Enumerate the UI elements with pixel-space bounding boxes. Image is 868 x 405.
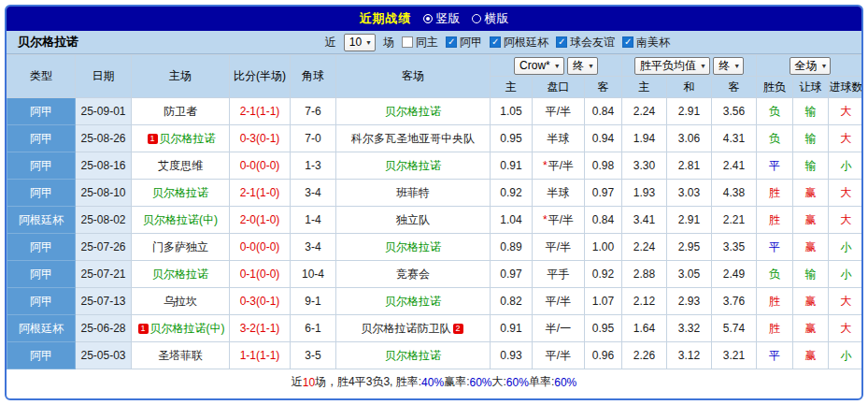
red-card-badge: 2 (453, 324, 463, 334)
home-team-name: 贝尔格拉诺 (152, 186, 208, 199)
table-row: 阿甲25-09-01防卫者2-1(1-1)7-6贝尔格拉诺1.05平/半0.84… (7, 98, 864, 125)
europe-draw-odds-cell: 3.12 (667, 342, 712, 369)
asia-away-odds-cell: 0.84 (585, 98, 622, 125)
summary-bar: 近10场，胜4平3负3, 胜率:40% 赢率:60% 大:60% 单率:60% (7, 369, 861, 395)
score-cell: 2-1(1-1) (230, 98, 291, 125)
odds-changed-star: * (543, 213, 548, 226)
away-team-name: 贝尔格拉诺 (385, 349, 441, 362)
asia-home-odds-cell: 0.92 (491, 180, 533, 207)
filter-controls: 近 10 ▼ 场 同主阿甲阿根廷杯球会友谊南美杯 (325, 34, 670, 51)
home-team-name: 门多萨独立 (152, 240, 208, 253)
away-team-cell: 班菲特 (336, 180, 491, 207)
filter-checkbox-item-2[interactable]: 阿根廷杯 (490, 35, 548, 51)
col-header-euro-lose: 客 (712, 77, 757, 98)
full-match-select[interactable]: 全场 ▼ (790, 57, 832, 75)
europe-lose-odds-cell: 2.49 (712, 261, 757, 288)
match-count-select[interactable]: 10 ▼ (344, 34, 376, 51)
result-handicap-cell: 输 (793, 261, 829, 288)
asia-final-select[interactable]: 终 ▼ (567, 57, 598, 75)
filter-checkbox-item-1[interactable]: 阿甲 (446, 35, 482, 51)
europe-lose-odds-cell: 2.21 (712, 207, 757, 234)
odds-company-select[interactable]: Crow* ▼ (514, 57, 564, 75)
result-handicap-cell: 赢 (793, 180, 829, 207)
corner-cell: 3-4 (291, 234, 336, 261)
away-team-cell: 贝尔格拉诺 (336, 152, 491, 180)
red-card-badge: 1 (138, 324, 149, 334)
score-cell: 3-2(1-1) (230, 315, 291, 342)
near-label: 近 (325, 35, 336, 51)
home-team-name: 贝尔格拉诺(中) (143, 213, 218, 226)
full-match-value: 全场 (795, 58, 818, 74)
filter-checkbox-item-4[interactable]: 南美杯 (622, 35, 670, 51)
table-row: 阿根廷杯25-06-281贝尔格拉诺(中)3-2(1-1)6-1贝尔格拉诺防卫队… (7, 315, 864, 342)
match-count-value: 10 (349, 36, 362, 49)
chevron-down-icon: ▼ (700, 63, 706, 69)
result-handicap-cell: 输 (793, 125, 829, 152)
odds-company-value: Crow* (519, 59, 550, 72)
europe-final-select[interactable]: 终 ▼ (713, 57, 744, 75)
recent-results-panel: 近期战绩 竖版 横版 贝尔格拉诺 近 10 ▼ 场 同主阿甲阿根廷杯球会友谊南美… (5, 5, 863, 400)
filter-checkbox-item-0[interactable]: 同主 (402, 35, 438, 51)
europe-lose-odds-cell: 5.74 (712, 315, 757, 342)
score-cell: 0-0(0-0) (230, 152, 291, 180)
radio-vertical-layout[interactable]: 竖版 (423, 10, 461, 27)
corner-cell: 9-1 (291, 288, 336, 315)
table-row: 阿甲25-08-10贝尔格拉诺2-1(1-0)3-4班菲特0.92半球0.971… (7, 180, 864, 207)
home-team-cell: 贝尔格拉诺 (132, 180, 230, 207)
away-team-cell: 独立队 (336, 207, 491, 234)
europe-win-odds-cell: 1.64 (622, 315, 667, 342)
home-team-cell: 贝尔格拉诺 (132, 261, 230, 288)
handicap-line-value: 平/半 (548, 213, 574, 226)
results-table-body: 阿甲25-09-01防卫者2-1(1-1)7-6贝尔格拉诺1.05平/半0.84… (7, 98, 864, 369)
away-team-cell: 竞赛会 (336, 261, 491, 288)
col-header-euro-win: 主 (622, 77, 667, 98)
europe-draw-odds-cell: 3.06 (667, 125, 712, 152)
summary-segment: 60% (554, 376, 576, 389)
result-wdl-cell: 胜 (757, 288, 793, 315)
checkbox-checked-icon[interactable] (490, 36, 501, 48)
radio-unchecked-icon[interactable] (472, 14, 481, 23)
radio-horizontal-layout[interactable]: 横版 (472, 10, 509, 27)
result-wdl-cell: 负 (757, 125, 793, 152)
home-team-cell: 圣塔菲联 (132, 342, 230, 369)
col-header-corner: 角球 (291, 55, 336, 98)
result-wdl-cell: 负 (757, 261, 793, 288)
europe-lose-odds-cell: 2.41 (712, 152, 757, 180)
table-row: 阿甲25-08-261贝尔格拉诺0-3(0-1)7-0科尔多瓦圣地亚哥中央队0.… (7, 125, 864, 152)
radio-checked-icon[interactable] (423, 14, 433, 23)
checkbox-unchecked-icon[interactable] (402, 36, 413, 48)
corner-cell: 6-1 (291, 315, 336, 342)
col-header-home: 主场 (132, 55, 230, 98)
score-cell: 2-1(1-0) (230, 180, 291, 207)
home-team-name: 乌拉坎 (164, 295, 197, 308)
asia-home-odds-cell: 0.95 (491, 125, 533, 152)
away-team-cell: 贝尔格拉诺 (336, 234, 491, 261)
filter-checkbox-item-3[interactable]: 球会友谊 (556, 35, 615, 51)
result-handicap-cell: 输 (793, 98, 829, 125)
checkbox-checked-icon[interactable] (622, 36, 633, 48)
col-header-score: 比分(半场) (230, 55, 291, 98)
home-team-cell: 乌拉坎 (132, 288, 230, 315)
checkbox-checked-icon[interactable] (556, 36, 567, 48)
result-wdl-cell: 胜 (757, 207, 793, 234)
away-team-name: 贝尔格拉诺防卫队 (362, 322, 451, 335)
handicap-line-cell: 半球 (533, 125, 585, 152)
match-date-cell: 25-07-26 (76, 234, 132, 261)
league-type-cell: 阿甲 (7, 342, 76, 369)
asia-home-odds-cell: 1.05 (491, 98, 533, 125)
europe-odds-select[interactable]: 胜平负均值 ▼ (634, 57, 710, 75)
asia-odds-group-header: Crow* ▼ 终 ▼ (491, 55, 622, 77)
handicap-line-value: 平/半 (546, 349, 571, 362)
odds-changed-star: * (543, 159, 548, 172)
checkbox-label: 阿甲 (460, 35, 482, 51)
europe-lose-odds-cell: 4.38 (712, 180, 757, 207)
match-date-cell: 25-05-03 (76, 342, 132, 369)
home-team-name: 防卫者 (164, 105, 197, 118)
checkbox-checked-icon[interactable] (446, 36, 457, 48)
table-row: 阿甲25-08-16艾度思维0-0(0-0)1-3贝尔格拉诺0.91*平/半0.… (7, 152, 864, 180)
home-team-cell: 贝尔格拉诺(中) (132, 207, 230, 234)
summary-segment: 赢率: (444, 374, 469, 390)
corner-cell: 7-6 (291, 98, 336, 125)
europe-win-odds-cell: 2.24 (622, 98, 667, 125)
europe-win-odds-cell: 1.94 (622, 125, 667, 152)
